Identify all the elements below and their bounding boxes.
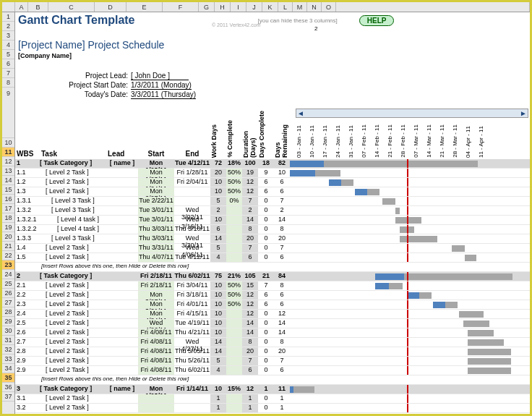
table-row[interactable]: 1.3.1[ Level 3 Task ]Tue 2/22/1150%707: [15, 197, 530, 206]
lead-label: Project Lead:: [15, 72, 131, 80]
table-row[interactable]: 1[ Task Category ][ name ]Mon 1/03/11Tue…: [15, 159, 530, 169]
table-row[interactable]: 1.5[ Level 2 Task ]Thu 4/07/11Tue 4/12/1…: [15, 253, 530, 263]
table-row[interactable]: 2.6[ Level 2 Task ]Fri 4/08/11Thu 4/21/1…: [15, 328, 530, 338]
table-row[interactable]: 1.3.2[ Level 3 Task ]Tue 3/01/11Wed 3/02…: [15, 206, 530, 216]
header-days-remaining: Days Remaining: [274, 109, 290, 158]
date-column: 03 - Jan - 11: [296, 124, 309, 158]
table-row[interactable]: 1.2[ Level 2 Task ]Mon 1/24/11Fri 2/04/1…: [15, 178, 530, 187]
gantt-body: 1[ Task Category ][ name ]Mon 1/03/11Tue…: [15, 159, 530, 413]
date-column: 14 - Mar - 11: [426, 123, 439, 158]
today-value[interactable]: 3/3/2011 (Thursday): [131, 90, 196, 99]
scroll-next-icon[interactable]: ►: [519, 109, 528, 117]
table-row[interactable]: 2.9[ Level 2 Task ]Fri 4/08/11Thu 6/02/1…: [15, 366, 530, 375]
header-wbs: WBS: [15, 150, 40, 158]
help-button[interactable]: HELP: [359, 15, 395, 26]
date-column: 11 - Apr - 11: [478, 124, 491, 158]
date-column: 21 - Mar - 11: [439, 123, 452, 158]
lead-value[interactable]: [ John Doe ]: [131, 72, 189, 80]
table-row[interactable]: 1.3.2.2[ Level 4 task ]Thu 3/03/11Thu 3/…: [15, 225, 530, 234]
date-column: 10 - Jan - 11: [309, 124, 322, 158]
date-column: 17 - Jan - 11: [322, 124, 335, 158]
company-name: [Company Name]: [15, 52, 530, 61]
table-row[interactable]: 1.4[ Level 2 Task ]Thu 3/31/11Wed 4/06/1…: [15, 244, 530, 253]
date-column: 07 - Feb - 11: [361, 123, 374, 158]
table-row[interactable]: 2.9[ Level 2 Task ]Fri 4/08/11Thu 5/26/1…: [15, 357, 530, 366]
header-start: Start: [138, 150, 174, 158]
table-row[interactable]: 2[ Task Category ]Fri 2/18/11Thu 6/02/11…: [15, 272, 530, 281]
column-letters: ABCDEFGHIJKLMNO: [2, 2, 530, 12]
table-row[interactable]: 3.2[ Level 2 Task ]1101: [15, 404, 530, 413]
date-column: 28 - Mar - 11: [452, 123, 465, 158]
table-row[interactable]: 1.1[ Level 2 Task ]Mon 1/03/11Fri 1/28/1…: [15, 169, 530, 178]
date-column: 24 - Jan - 11: [335, 124, 348, 158]
table-row[interactable]: 3[ Task Category ][ name ]Mon 1/03/11Fri…: [15, 385, 530, 394]
doc-title: Gantt Chart Template: [18, 14, 135, 27]
table-row[interactable]: 1.3.3[ Level 3 Task ]Thu 3/03/11Wed 3/30…: [15, 234, 530, 244]
marker: 2: [314, 25, 317, 32]
table-row[interactable]: 2.1[ Level 2 Task ]Fri 2/18/11Fri 3/04/1…: [15, 281, 530, 291]
start-date-value[interactable]: 1/3/2011 (Monday): [131, 81, 192, 90]
start-date-label: Project Start Date:: [15, 81, 131, 89]
row-numbers: 1234567891011121314151617181920212223242…: [2, 12, 15, 414]
table-row[interactable]: 2.4[ Level 2 Task ]Mon 4/04/11Fri 4/15/1…: [15, 310, 530, 319]
table-row[interactable]: [Insert Rows above this one, then Hide o…: [15, 263, 530, 272]
scroll-prev-icon[interactable]: ◄: [296, 109, 305, 117]
header-lead: Lead: [106, 150, 138, 158]
copyright: © 2011 Vertex42.com: [212, 22, 260, 27]
header-days-complete: Days Complete: [258, 109, 274, 158]
date-column: 07 - Mar - 11: [413, 123, 426, 158]
date-column: 14 - Feb - 11: [374, 123, 387, 158]
date-column: 21 - Feb - 11: [387, 123, 400, 158]
today-label: Today's Date:: [15, 90, 131, 98]
subtitle: [Project Name] Project Schedule: [15, 38, 530, 52]
table-row[interactable]: 1.3.2.1[ Level 4 task ]Tue 3/01/11Wed 3/…: [15, 216, 530, 225]
timeline-header: ◄ ► 03 - Jan - 1110 - Jan - 1117 - Jan -…: [290, 109, 530, 159]
header-workdays: Work Days: [210, 123, 226, 158]
date-column: 28 - Feb - 11: [400, 123, 413, 158]
table-row[interactable]: 1.3[ Level 2 Task ]Mon 2/07/111050%1266: [15, 187, 530, 197]
date-column: 31 - Jan - 11: [348, 124, 361, 158]
header-end: End: [174, 150, 210, 158]
table-row[interactable]: 2.2[ Level 2 Task ]Mon 3/07/11Fri 3/18/1…: [15, 291, 530, 300]
header-duration: Duration (Days): [242, 109, 258, 158]
table-row[interactable]: [Insert Rows above this one, then Hide o…: [15, 375, 530, 385]
header-pct-complete: % Complete: [226, 119, 242, 158]
table-row[interactable]: 2.5[ Level 2 Task ]Wed 4/06/11Tue 4/19/1…: [15, 319, 530, 328]
hide-columns-note: [you can hide these 3 columns]: [258, 17, 338, 24]
table-row[interactable]: 2.7[ Level 2 Task ]Fri 4/08/11Wed 4/27/1…: [15, 338, 530, 347]
date-column: 04 - Apr - 11: [465, 124, 478, 158]
table-row[interactable]: 2.8[ Level 2 Task ]Fri 4/08/11Thu 5/05/1…: [15, 347, 530, 357]
table-row[interactable]: 2.3[ Level 2 Task ]Mon 3/21/11Fri 4/01/1…: [15, 300, 530, 310]
table-row[interactable]: 3.1[ Level 2 Task ]1101: [15, 394, 530, 404]
header-task: Task: [40, 150, 106, 158]
